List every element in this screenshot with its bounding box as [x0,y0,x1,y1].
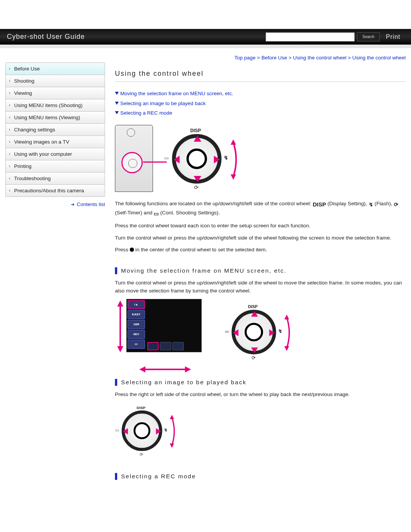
text: The following functions are located on t… [115,201,313,206]
wheel-center-icon [245,323,263,341]
sidebar-item-changing-settings[interactable]: Changing settings [6,124,105,136]
svg-marker-11 [170,443,174,447]
camera-dial-icon [127,128,135,137]
sidebar-item-computer[interactable]: Using with your computer [6,148,105,160]
sidebar-item-label: Troubleshooting [14,176,51,181]
toc-label: Moving the selection frame on MENU scree… [120,91,233,96]
triangle-right-icon [269,329,275,336]
triangle-down-icon [115,102,119,105]
text: (Cont. Shooting Settings). [160,210,220,216]
triangle-down-icon [115,92,119,95]
breadcrumb-sep: > [348,55,352,61]
svg-marker-3 [117,300,123,307]
menu-chip [172,342,184,350]
header-bar: Cyber-shot User Guide Search Print [0,29,411,46]
sidebar-item-printing[interactable]: Printing [6,160,105,173]
page-title: Using the control wheel [115,70,406,78]
sidebar-item-label: Shooting [14,78,34,84]
section-heading-3: Selecting a REC mode [115,473,406,480]
self-timer-icon: ⟳ [252,355,256,360]
intro-paragraph-3: Turn the control wheel or press the up/d… [115,234,406,242]
triangle-right-icon [214,156,220,163]
section-1-body: Turn the control wheel or press the up/d… [115,279,406,295]
sidebar-item-menu-viewing[interactable]: Using MENU items (Viewing) [6,112,105,124]
triangle-right-icon [156,428,161,434]
search-button[interactable]: Search [357,32,380,42]
sidebar-item-viewing[interactable]: Viewing [6,87,105,99]
menu-screen-illustration: i▲ EASY 16M 0EV ▭ [115,299,406,365]
sidebar-item-label: Viewing images on a TV [14,139,69,145]
text: (Display Setting), [328,201,369,206]
breadcrumb-sep: > [257,55,261,61]
camera-wheel-small-icon [121,152,143,173]
sidebar-item-precautions[interactable]: Precautions/About this camera [6,185,105,197]
self-timer-icon: ⟳ [394,201,398,209]
wheel-center-icon [134,422,150,439]
sidebar-item-shooting[interactable]: Shooting [6,75,105,87]
print-button[interactable]: Print [382,34,404,40]
menu-item: EASY [127,310,145,319]
section-2-body: Press the right or left side of the cont… [115,390,406,398]
triangle-down-icon [194,176,201,182]
menu-item: ▭ [127,340,145,349]
triangle-up-icon [194,136,201,142]
center-dot-icon [130,248,134,252]
contents-list-link[interactable]: ➜ Contents list [5,201,105,207]
leader-line-icon [143,161,167,163]
menu-sidebar: i▲ EASY 16M 0EV ▭ [127,299,146,353]
text: Press [115,247,130,252]
camera-body-icon [115,125,153,192]
toc-link-2[interactable]: Selecting an image to be played back [115,99,406,109]
control-wheel-diagram: DISP ⟳ ▭ ↯ [168,130,225,187]
cont-shoot-icon: ▭ [154,210,159,218]
rotate-arrows-icon [282,314,292,351]
self-timer-icon: ⟳ [194,184,199,190]
intro-paragraph-2: Press the control wheel toward each icon… [115,222,406,230]
disp-label: DISP [137,405,145,409]
disp-icon: DISP [313,200,326,209]
svg-marker-6 [139,366,145,372]
breadcrumb-part[interactable]: Top page [234,55,256,61]
text: (Flash), [374,201,393,206]
vertical-arrows-icon [116,300,125,354]
header-controls: Search Print [266,32,404,42]
sidebar-item-label: Before Use [14,66,40,72]
header-title: Cyber-shot User Guide [7,33,85,41]
toc-link-3[interactable]: Selecting a REC mode [115,108,406,118]
contents-list-label[interactable]: Contents list [77,201,105,207]
top-margin [0,0,411,29]
disp-label: DISP [248,304,258,309]
title-divider [115,81,406,82]
sidebar-item-label: Using with your computer [14,151,72,157]
svg-marker-4 [117,346,123,352]
sidebar-item-troubleshooting[interactable]: Troubleshooting [6,173,105,185]
triangle-up-icon [251,311,258,316]
menu-screen: i▲ EASY 16M 0EV ▭ [115,299,202,365]
sidebar: Before Use Shooting Viewing Using MENU i… [5,62,105,484]
control-wheel-diagram-3: DISP ⟳ ▭ ↯ [119,407,166,454]
menu-chip [147,342,159,350]
toc-label: Selecting a REC mode [120,110,172,116]
breadcrumb-part[interactable]: Using the control wheel [293,55,346,61]
sidebar-item-before-use[interactable]: Before Use [6,63,105,75]
intro-paragraph-1: The following functions are located on t… [115,200,406,218]
rotate-arrows-icon [228,139,239,181]
sidebar-item-label: Viewing [14,90,32,96]
svg-marker-1 [231,174,236,180]
svg-marker-8 [284,315,289,320]
toc-link-1[interactable]: Moving the selection frame on MENU scree… [115,89,406,99]
search-input[interactable] [266,32,355,42]
text: (Self-Timer) and [115,210,154,216]
breadcrumb-part[interactable]: Before Use [261,55,287,61]
svg-marker-0 [231,139,236,145]
triangle-left-icon [233,329,238,336]
sidebar-item-label: Using MENU items (Viewing) [14,115,80,120]
section-heading-1: Moving the selection frame on MENU scree… [115,267,406,274]
menu-item: i▲ [127,300,145,309]
main-content: Top page > Before Use > Using the contro… [105,53,406,484]
sidebar-item-label: Printing [14,163,32,169]
arrow-right-icon: ➜ [71,202,75,207]
sidebar-item-tv[interactable]: Viewing images on a TV [6,136,105,148]
page-body: Before Use Shooting Viewing Using MENU i… [0,48,411,500]
sidebar-item-menu-shooting[interactable]: Using MENU items (Shooting) [6,99,105,112]
